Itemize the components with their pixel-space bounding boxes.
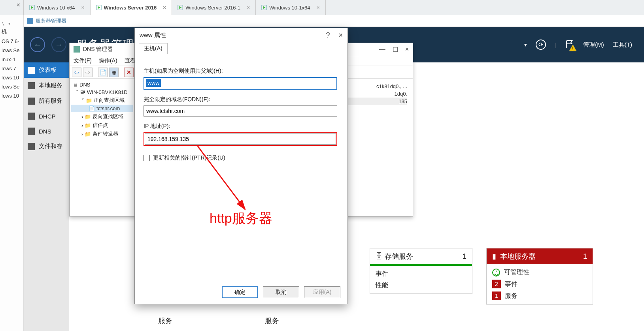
tile-row-label: 性能 — [376, 281, 388, 290]
tile-row-events[interactable]: 2事件 — [492, 278, 587, 290]
apply-button[interactable]: 应用(A) — [304, 286, 340, 298]
help-button[interactable]: ? — [326, 31, 330, 39]
list-item[interactable]: lows 10 — [0, 91, 23, 100]
menu-manage[interactable]: 管理(M) — [583, 41, 604, 49]
expand-icon[interactable]: › — [81, 131, 83, 137]
list-item[interactable]: lows Se — [0, 82, 23, 91]
vm-tab-label: Windows 10-1x64 — [269, 5, 310, 11]
cancel-button[interactable]: 取消 — [263, 286, 299, 298]
divider: | — [555, 41, 556, 48]
close-icon[interactable]: × — [247, 4, 250, 11]
minimize-button[interactable]: — — [379, 46, 385, 53]
warning-icon: ! — [569, 44, 577, 52]
host-input[interactable]: www — [144, 77, 337, 90]
tree-label: WIN-0BVK1K81D — [87, 89, 128, 95]
vm-tab-2[interactable]: Windows Server 2016-1 × — [172, 0, 256, 15]
expand-icon[interactable]: ˅ — [76, 89, 79, 95]
close-icon[interactable]: × — [163, 4, 166, 11]
sidebar-item-file-storage[interactable]: 文件和存 — [24, 139, 69, 154]
tile-row-label: 事件 — [505, 280, 517, 288]
sidebar-item-label: 文件和存 — [39, 143, 62, 150]
list-item[interactable]: OS 7 6· — [0, 37, 23, 46]
dns-icon — [28, 128, 35, 135]
nav-forward-button[interactable]: → — [51, 37, 66, 52]
tile-row[interactable]: 事件 — [376, 268, 466, 280]
forward-button[interactable]: ⇨ — [83, 68, 93, 77]
tree-node-zone-tctshr[interactable]: 📄tctshr.com — [71, 105, 133, 112]
expand-icon[interactable]: › — [81, 122, 83, 128]
menu-tools[interactable]: 工具(T) — [613, 41, 632, 49]
dialog-titlebar[interactable]: www 属性 ? × — [135, 28, 347, 42]
sidebar-item-label: DNS — [39, 128, 51, 135]
tile-storage[interactable]: 🗄 存储服务 1 事件 性能 — [370, 248, 472, 294]
delete-button[interactable]: ✕ — [124, 68, 134, 77]
tree-node-server[interactable]: ˅🖳WIN-0BVK1K81D — [71, 88, 133, 96]
list-item[interactable]: lows 10 — [0, 73, 23, 82]
tile-row[interactable]: 性能 — [376, 280, 466, 291]
sidebar-item-dhcp[interactable]: DHCP — [24, 109, 69, 124]
menu-view[interactable]: 查看 — [125, 57, 136, 64]
sidebar-item-dashboard[interactable]: 仪表板 — [24, 62, 69, 78]
ok-button[interactable]: 确定 — [222, 286, 258, 298]
sidebar-item-all-servers[interactable]: 所有服务 — [24, 93, 69, 109]
expand-icon[interactable]: ˅ — [81, 98, 84, 103]
tile-header: 🗄 存储服务 1 — [370, 248, 472, 266]
annotation-text: http服务器 — [210, 209, 272, 228]
list-item[interactable]: lows 7 — [0, 64, 23, 73]
tree-node-reverse-zone[interactable]: ›📁反向查找区域 — [71, 112, 133, 121]
dropdown-caret-icon[interactable]: ▾ — [524, 42, 527, 48]
taskbar-title: 服务器管理器 — [24, 15, 644, 27]
close-icon[interactable]: × — [81, 4, 84, 11]
server-manager-icon — [27, 18, 33, 24]
list-item[interactable]: 机 — [0, 26, 23, 37]
ptr-checkbox-row[interactable]: 更新相关的指针(PTR)记录(U) — [144, 154, 339, 162]
app-title: 服务器管理器 — [36, 17, 66, 24]
sidebar-item-local-server[interactable]: 本地服务 — [24, 78, 69, 93]
menu-file[interactable]: 文件(F) — [74, 57, 92, 64]
count-badge: 1 — [492, 292, 501, 300]
dialog-title: www 属性 — [140, 32, 166, 39]
servers-icon — [28, 98, 35, 105]
nav-back-button[interactable]: ← — [30, 37, 45, 52]
tree-node-forward-zone[interactable]: ˅📁正向查找区域 — [71, 96, 133, 105]
ip-label: IP 地址(P): — [144, 123, 339, 130]
back-button[interactable]: ⇦ — [72, 68, 81, 77]
expand-icon[interactable]: › — [81, 114, 83, 120]
ip-input[interactable] — [145, 134, 336, 145]
close-icon[interactable]: × — [317, 4, 320, 11]
home-tab-close[interactable]: × — [0, 0, 24, 15]
host-label: 主机(如果为空则使用其父域)(H): — [144, 68, 339, 75]
sidebar-item-dns[interactable]: DNS — [24, 124, 69, 139]
checkbox-icon[interactable] — [144, 155, 150, 161]
vm-tab-3[interactable]: Windows 10-1x64 × — [256, 0, 326, 15]
tab-host[interactable]: 主机(A) — [139, 43, 168, 54]
vm-tab-0[interactable]: Windows 10 x64 × — [24, 0, 91, 15]
close-button[interactable]: × — [338, 31, 343, 39]
close-button[interactable]: × — [405, 46, 409, 53]
svg-marker-5 — [179, 6, 182, 9]
tree-node-forwarders[interactable]: ›📁条件转发器 — [71, 130, 133, 138]
tree-node-trust[interactable]: ›📁信任点 — [71, 121, 133, 130]
props-button[interactable]: ▦ — [109, 68, 119, 77]
tile-row-services[interactable]: 1服务 — [492, 290, 587, 302]
tree-node-dns[interactable]: 🖥DNS — [71, 81, 133, 88]
flag-icon[interactable]: ! — [565, 39, 574, 50]
tile-local-server[interactable]: ▮ 本地服务器 1 可管理性 2事件 1服务 — [486, 248, 593, 305]
tile-row-manage[interactable]: 可管理性 — [492, 267, 587, 278]
fqdn-input[interactable] — [144, 105, 337, 117]
tile-row-label: 服务 — [505, 292, 517, 300]
list-item[interactable]: inux-1 — [0, 55, 23, 64]
vm-tab-label: Windows Server 2016 — [104, 5, 157, 11]
play-icon — [261, 5, 267, 10]
sidebar-item-label: 仪表板 — [39, 66, 57, 74]
menu-action[interactable]: 操作(A) — [99, 57, 117, 64]
list-item[interactable]: lows Se — [0, 46, 23, 55]
tile-count: 1 — [583, 252, 587, 261]
tile-header: ▮ 本地服务器 1 — [487, 248, 593, 264]
maximize-button[interactable]: ☐ — [393, 46, 398, 53]
up-button[interactable]: 📄 — [98, 68, 108, 77]
vm-tab-1[interactable]: Windows Server 2016 × — [91, 0, 172, 15]
refresh-icon[interactable]: ⟳ — [536, 39, 546, 50]
vm-tab-label: Windows 10 x64 — [37, 5, 75, 11]
dhcp-icon — [28, 113, 35, 120]
